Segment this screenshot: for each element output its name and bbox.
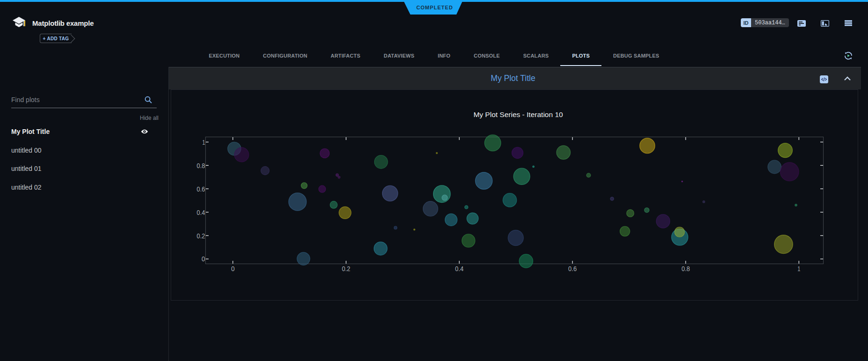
svg-text:0: 0 (231, 265, 235, 273)
svg-text:0.8: 0.8 (681, 265, 690, 273)
svg-text:0.4: 0.4 (455, 265, 463, 273)
svg-text:0.6: 0.6 (568, 265, 577, 273)
svg-text:0.8: 0.8 (197, 162, 205, 169)
svg-text:1: 1 (797, 265, 800, 273)
svg-text:0.2: 0.2 (342, 265, 350, 273)
svg-text:0: 0 (202, 255, 205, 263)
svg-text:0.4: 0.4 (197, 208, 205, 216)
svg-text:0.6: 0.6 (197, 185, 205, 193)
svg-text:0.2: 0.2 (197, 232, 205, 240)
svg-text:1: 1 (203, 138, 205, 146)
svg-text:My Plot Series - Iteration 10: My Plot Series - Iteration 10 (473, 111, 563, 118)
